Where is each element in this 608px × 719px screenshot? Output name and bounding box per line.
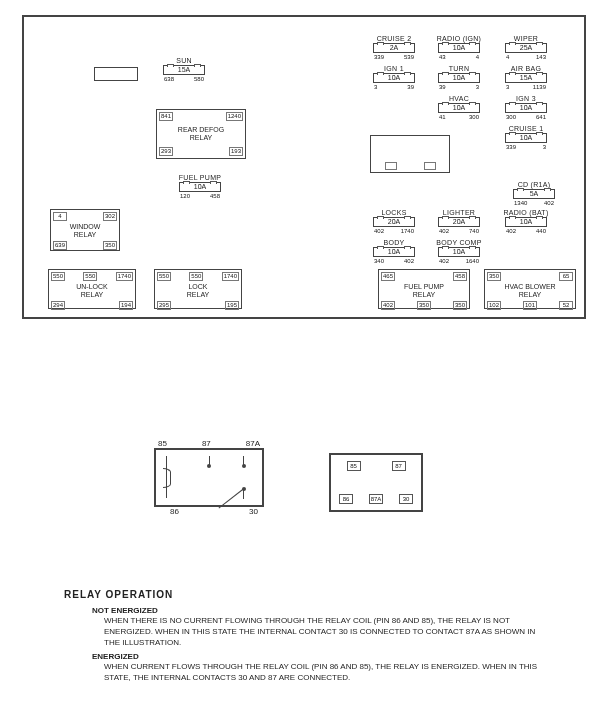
fuse-label: SUN: [154, 57, 214, 64]
fuse-turn: TURN 10A 393: [429, 65, 489, 90]
schematic-box: [154, 448, 264, 507]
pin-30-label: 30: [249, 507, 258, 516]
fuse-hvac: HVAC 10A 41300: [429, 95, 489, 120]
energized-title: ENERGIZED: [92, 652, 544, 661]
pin-87a-label: 87A: [246, 439, 260, 448]
not-energized-body: WHEN THERE IS NO CURRENT FLOWING THROUGH…: [104, 615, 544, 648]
fuse-body: BODY 10A 340402: [364, 239, 424, 264]
blank-slot-2: [370, 135, 450, 173]
not-energized-title: NOT ENERGIZED: [92, 606, 544, 615]
fuse-body-comp: BODY COMP 10A 4021640: [429, 239, 489, 264]
relay-socket-diagram: 85 87 86 87A 30: [329, 453, 423, 512]
fuse-sun: SUN 15A 638580: [154, 57, 214, 82]
fuse-radio-ign: RADIO (IGN) 10A 434: [429, 35, 489, 60]
relay-hvac-blower: 35065 HVAC BLOWER RELAY 10210152: [484, 269, 576, 309]
socket-pin: 87: [392, 461, 406, 471]
operation-title: RELAY OPERATION: [64, 589, 544, 600]
fuse-airbag: AIR BAG 15A 31139: [496, 65, 556, 90]
coil-icon: [166, 456, 175, 498]
relay-fuelpump: 465458 FUEL PUMP RELAY 402350350: [378, 269, 470, 309]
fuse-relay-panel: SUN 15A 638580 CRUISE 2 2A 339539 RADIO …: [22, 15, 586, 319]
pin-85-label: 85: [158, 439, 167, 448]
socket-pin: 87A: [369, 494, 383, 504]
contacts-icon: [201, 456, 252, 499]
fuse-cruise2: CRUISE 2 2A 339539: [364, 35, 424, 60]
fuse-lighter: LIGHTER 20A 402740: [429, 209, 489, 234]
energized-body: WHEN CURRENT FLOWS THROUGH THE RELAY COI…: [104, 661, 544, 683]
relay-schematic-area: 85 87 87A 86 30 85 87 86: [24, 439, 584, 559]
socket-pin: 86: [339, 494, 353, 504]
fuse-fuelpump: FUEL PUMP 10A 120458: [170, 174, 230, 199]
fuse-radio-bat: RADIO (BAT) 10A 402440: [496, 209, 556, 234]
fuse-box: 15A: [163, 65, 205, 75]
relay-unlock: 5505501740 UN-LOCK RELAY 294194: [48, 269, 136, 309]
relay-rear-defog: 8411240 REAR DEFOG RELAY 293193: [156, 109, 246, 159]
socket-pin: 85: [347, 461, 361, 471]
fuse-ign1: IGN 1 10A 339: [364, 65, 424, 90]
socket-pin: 30: [399, 494, 413, 504]
relay-lock: 5505501740 LOCK RELAY 295195: [154, 269, 242, 309]
relay-window: 4302 WINDOW RELAY 639350: [50, 209, 120, 251]
pin-86-label: 86: [170, 507, 179, 516]
pin-87-label: 87: [202, 439, 211, 448]
fuse-ign3: IGN 3 10A 300641: [496, 95, 556, 120]
blank-slot-1: [94, 67, 138, 81]
fuse-locks: LOCKS 20A 4021740: [364, 209, 424, 234]
relay-operation-text: RELAY OPERATION NOT ENERGIZED WHEN THERE…: [64, 589, 544, 683]
fuse-wiper: WIPER 25A 4143: [496, 35, 556, 60]
fuse-cruise1: CRUISE 1 10A 3393: [496, 125, 556, 150]
relay-internal-schematic: 85 87 87A 86 30: [154, 439, 264, 516]
fuse-cd-r1a: CD (R1A) 5A 1340402: [504, 181, 564, 206]
